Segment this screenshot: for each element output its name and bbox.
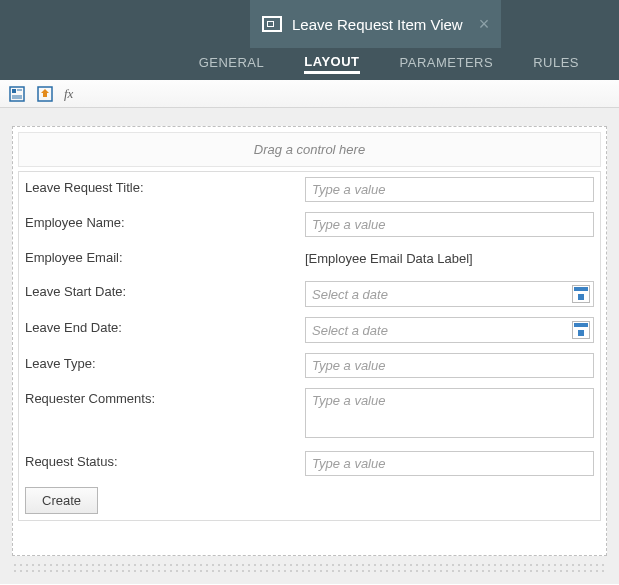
drop-hint: Drag a control here xyxy=(18,132,601,167)
label-request-status: Request Status: xyxy=(25,451,305,469)
input-requester-comments[interactable] xyxy=(305,388,594,438)
row-employee-email: Employee Email: [Employee Email Data Lab… xyxy=(19,242,600,276)
tab-parameters[interactable]: PARAMETERS xyxy=(400,55,494,74)
tab-layout[interactable]: LAYOUT xyxy=(304,54,359,74)
input-leave-type[interactable] xyxy=(305,353,594,378)
fx-tool-icon[interactable]: fx xyxy=(64,85,82,103)
placeholder-end-date: Select a date xyxy=(312,323,566,338)
create-button[interactable]: Create xyxy=(25,487,98,514)
row-leave-start-date: Leave Start Date: Select a date xyxy=(19,276,600,312)
page-title: Leave Request Item View xyxy=(292,16,463,33)
layout-tool-icon[interactable] xyxy=(8,85,26,103)
row-leave-request-title: Leave Request Title: xyxy=(19,172,600,207)
label-requester-comments: Requester Comments: xyxy=(25,388,305,406)
calendar-icon[interactable] xyxy=(572,285,590,303)
label-leave-start-date: Leave Start Date: xyxy=(25,281,305,299)
row-request-status: Request Status: xyxy=(19,446,600,481)
svg-rect-1 xyxy=(12,89,16,93)
placeholder-start-date: Select a date xyxy=(312,287,566,302)
view-icon xyxy=(262,16,282,32)
row-leave-end-date: Leave End Date: Select a date xyxy=(19,312,600,348)
canvas-drop-area[interactable]: Drag a control here Leave Request Title:… xyxy=(12,126,607,556)
label-leave-type: Leave Type: xyxy=(25,353,305,371)
tab-general[interactable]: GENERAL xyxy=(199,55,265,74)
button-row: Create xyxy=(19,481,600,520)
label-leave-end-date: Leave End Date: xyxy=(25,317,305,335)
import-tool-icon[interactable] xyxy=(36,85,54,103)
form-grid: Leave Request Title: Employee Name: Empl… xyxy=(18,171,601,521)
label-leave-request-title: Leave Request Title: xyxy=(25,177,305,195)
design-canvas: Drag a control here Leave Request Title:… xyxy=(0,108,619,584)
canvas-footer-dots xyxy=(12,562,607,574)
row-requester-comments: Requester Comments: xyxy=(19,383,600,446)
calendar-icon[interactable] xyxy=(572,321,590,339)
title-tab: Leave Request Item View × xyxy=(250,0,501,48)
tab-rules[interactable]: RULES xyxy=(533,55,579,74)
input-leave-end-date[interactable]: Select a date xyxy=(305,317,594,343)
toolbar: fx xyxy=(0,80,619,108)
row-leave-type: Leave Type: xyxy=(19,348,600,383)
close-icon[interactable]: × xyxy=(479,14,490,35)
label-employee-email: Employee Email: xyxy=(25,247,305,265)
input-request-status[interactable] xyxy=(305,451,594,476)
input-leave-request-title[interactable] xyxy=(305,177,594,202)
label-employee-name: Employee Name: xyxy=(25,212,305,230)
row-employee-name: Employee Name: xyxy=(19,207,600,242)
input-leave-start-date[interactable]: Select a date xyxy=(305,281,594,307)
svg-text:fx: fx xyxy=(64,86,74,101)
value-employee-email: [Employee Email Data Label] xyxy=(305,247,594,270)
title-bar: Leave Request Item View × xyxy=(0,0,619,48)
tab-bar: GENERAL LAYOUT PARAMETERS RULES xyxy=(0,48,619,80)
input-employee-name[interactable] xyxy=(305,212,594,237)
